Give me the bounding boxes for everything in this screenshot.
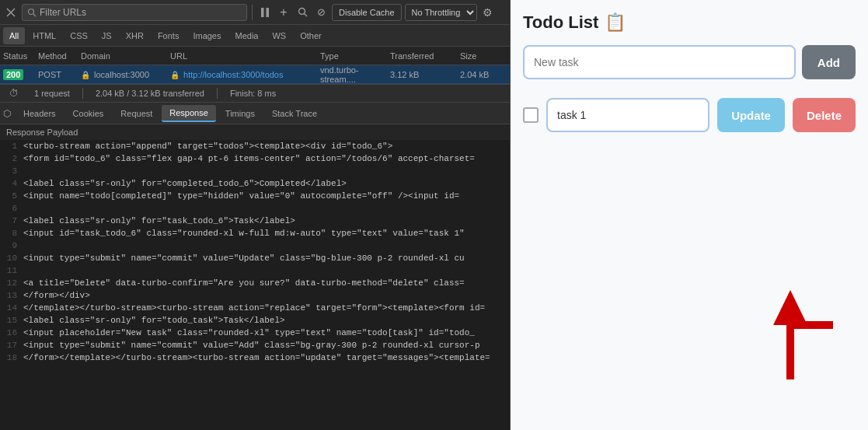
line-content: <input name="todo[completed]" type="hidd…	[23, 190, 510, 202]
filter-tab-xhr[interactable]: XHR	[120, 27, 150, 44]
size-cell: 2.04 kB	[460, 70, 507, 79]
svg-rect-3	[267, 8, 270, 17]
col-header-method: Method	[38, 51, 81, 61]
tab-timings[interactable]: Timings	[218, 105, 263, 122]
arrow-annotation	[744, 282, 837, 383]
update-button[interactable]: Update	[717, 98, 785, 132]
line-content: <input type="submit" name="commit" value…	[23, 339, 510, 351]
table-row[interactable]: 200 POST 🔒 localhost:3000 🔒 http://local…	[0, 65, 510, 84]
line-content: <label class="sr-only" for="task_todo_6"…	[23, 215, 510, 227]
plus-icon[interactable]: +	[276, 5, 291, 20]
line-content: <input type="submit" name="commit" value…	[23, 252, 510, 264]
sub-tabs-icon: ⬡	[3, 108, 11, 119]
line-number: 4	[0, 177, 23, 190]
filter-tab-images[interactable]: Images	[186, 27, 227, 44]
code-line: 8 <input id="task_todo_6" class="rounded…	[0, 227, 510, 239]
table-header: Status Method Domain URL Type Transferre…	[0, 47, 510, 65]
task-input[interactable]	[546, 98, 709, 132]
line-number: 5	[0, 190, 23, 202]
tab-cookies[interactable]: Cookies	[65, 105, 112, 122]
col-header-url: URL	[170, 51, 320, 61]
col-header-transferred: Transferred	[390, 51, 460, 61]
filter-tab-js[interactable]: JS	[96, 27, 118, 44]
line-content: <input id="task_todo_6" class="rounded-x…	[23, 227, 510, 239]
code-line: 15 <label class="sr-only" for="todo_task…	[0, 314, 510, 327]
todo-icon: 📋	[605, 12, 626, 33]
col-header-domain: Domain	[81, 51, 170, 61]
line-number: 17	[0, 339, 23, 351]
sub-tabs: ⬡ Headers Cookies Request Response Timin…	[0, 103, 510, 124]
line-number: 16	[0, 327, 23, 339]
add-button[interactable]: Add	[802, 45, 856, 79]
line-number: 6	[0, 202, 23, 215]
tab-headers[interactable]: Headers	[16, 105, 64, 122]
tab-request[interactable]: Request	[113, 105, 160, 122]
settings-icon[interactable]: ⚙	[480, 5, 496, 20]
status-badge: 200	[3, 70, 38, 79]
line-content: </form></div>	[23, 289, 510, 302]
filter-tab-all[interactable]: All	[3, 27, 25, 44]
line-number: 9	[0, 239, 23, 252]
line-content: <input placeholder="New task" class="rou…	[23, 327, 510, 339]
response-payload-label: Response Payload	[0, 124, 510, 140]
finish-time: Finish: 8 ms	[230, 89, 276, 98]
filter-tab-fonts[interactable]: Fonts	[152, 27, 186, 44]
list-item: Update Delete	[523, 98, 856, 132]
delete-button[interactable]: Delete	[793, 98, 856, 132]
code-content: 1 <turbo-stream action="append" target="…	[0, 140, 510, 430]
request-list: 200 POST 🔒 localhost:3000 🔒 http://local…	[0, 65, 510, 84]
line-number: 12	[0, 277, 23, 289]
code-line: 1 <turbo-stream action="append" target="…	[0, 140, 510, 152]
clear-icon[interactable]	[3, 5, 19, 20]
line-number: 7	[0, 215, 23, 227]
tab-stack-trace[interactable]: Stack Trace	[264, 105, 325, 122]
filter-tab-other[interactable]: Other	[294, 27, 328, 44]
filter-urls-container: Filter URLs	[22, 4, 247, 21]
line-number: 13	[0, 289, 23, 302]
col-header-status: Status	[3, 51, 38, 61]
code-line: 10 <input type="submit" name="commit" va…	[0, 252, 510, 264]
status-divider-1	[82, 88, 83, 99]
transferred-cell: 3.12 kB	[390, 70, 460, 79]
todo-header: Todo List 📋	[523, 12, 856, 33]
new-task-input[interactable]	[523, 45, 796, 79]
line-content: <label class="sr-only" for="completed_to…	[23, 177, 510, 190]
search-icon[interactable]	[295, 5, 310, 20]
filter-tab-html[interactable]: HTML	[26, 27, 62, 44]
devtools-panel: Filter URLs + ⊘ Disable Cache No Throttl…	[0, 0, 511, 430]
code-line: 6	[0, 202, 510, 215]
filter-tab-css[interactable]: CSS	[64, 27, 94, 44]
disable-cache-btn[interactable]: Disable Cache	[332, 4, 402, 21]
line-number: 15	[0, 314, 23, 327]
transferred-summary: 2.04 kB / 3.12 kB transferred	[96, 89, 204, 98]
pause-icon[interactable]	[257, 5, 273, 20]
task-checkbox[interactable]	[523, 107, 539, 123]
block-icon[interactable]: ⊘	[313, 5, 329, 20]
line-number: 11	[0, 264, 23, 277]
line-content: </form></template></turbo-stream><turbo-…	[23, 351, 510, 364]
svg-line-5	[304, 14, 307, 17]
line-number: 2	[0, 152, 23, 165]
line-number: 3	[0, 165, 23, 177]
throttling-select[interactable]: No Throttling	[405, 4, 477, 21]
filter-tab-media[interactable]: Media	[228, 27, 264, 44]
code-line: 14 </template></turbo-stream><turbo-stre…	[0, 302, 510, 314]
status-bar-icon: ⏱	[6, 86, 22, 101]
status-divider-2	[217, 88, 218, 99]
svg-point-4	[298, 9, 305, 15]
lock-icon-url: 🔒	[170, 71, 180, 79]
svg-point-0	[29, 9, 34, 14]
tab-response[interactable]: Response	[162, 105, 216, 122]
method-cell: POST	[38, 70, 81, 79]
code-line: 18 </form></template></turbo-stream><tur…	[0, 351, 510, 364]
line-number: 14	[0, 302, 23, 314]
line-content: <turbo-stream action="append" target="to…	[23, 140, 510, 152]
line-content: </template></turbo-stream><turbo-stream …	[23, 302, 510, 314]
url-cell: 🔒 http://localhost:3000/todos	[170, 70, 320, 79]
code-line: 12 <a title="Delete" data-turbo-confirm=…	[0, 277, 510, 289]
svg-marker-8	[773, 290, 807, 325]
code-line: 2 <form id="todo_6" class="flex gap-4 pt…	[0, 152, 510, 165]
col-header-size: Size	[460, 51, 507, 61]
filter-tab-ws[interactable]: WS	[266, 27, 292, 44]
line-number: 18	[0, 351, 23, 364]
